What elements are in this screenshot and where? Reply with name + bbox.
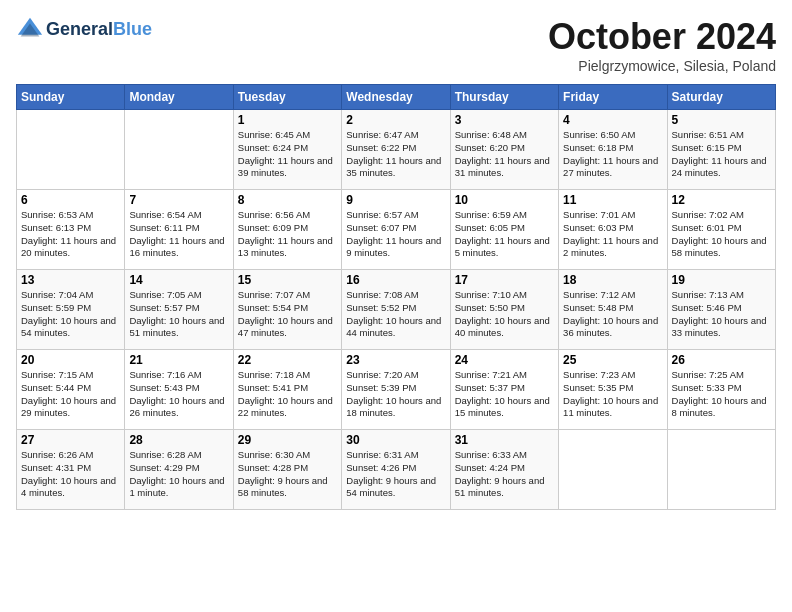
day-info-line: Daylight: 10 hours and 44 minutes. [346, 315, 441, 339]
day-info-line: Daylight: 10 hours and 4 minutes. [21, 475, 116, 499]
day-content: Sunrise: 7:23 AMSunset: 5:35 PMDaylight:… [563, 369, 662, 420]
day-content: Sunrise: 7:01 AMSunset: 6:03 PMDaylight:… [563, 209, 662, 260]
day-info-line: Sunset: 6:09 PM [238, 222, 308, 233]
day-content: Sunrise: 7:25 AMSunset: 5:33 PMDaylight:… [672, 369, 771, 420]
day-info-line: Daylight: 9 hours and 54 minutes. [346, 475, 436, 499]
day-info-line: Sunrise: 7:15 AM [21, 369, 93, 380]
calendar-cell: 19Sunrise: 7:13 AMSunset: 5:46 PMDayligh… [667, 270, 775, 350]
day-info-line: Sunset: 4:31 PM [21, 462, 91, 473]
day-info-line: Sunrise: 7:02 AM [672, 209, 744, 220]
day-info-line: Sunset: 4:29 PM [129, 462, 199, 473]
day-info-line: Sunrise: 6:54 AM [129, 209, 201, 220]
day-info-line: Daylight: 9 hours and 58 minutes. [238, 475, 328, 499]
day-info-line: Sunrise: 6:33 AM [455, 449, 527, 460]
calendar-week-row: 1Sunrise: 6:45 AMSunset: 6:24 PMDaylight… [17, 110, 776, 190]
day-info-line: Sunrise: 6:30 AM [238, 449, 310, 460]
weekday-header-row: SundayMondayTuesdayWednesdayThursdayFrid… [17, 85, 776, 110]
calendar-cell: 12Sunrise: 7:02 AMSunset: 6:01 PMDayligh… [667, 190, 775, 270]
day-number: 11 [563, 193, 662, 207]
day-info-line: Sunset: 5:46 PM [672, 302, 742, 313]
month-title: October 2024 [548, 16, 776, 58]
calendar-cell: 10Sunrise: 6:59 AMSunset: 6:05 PMDayligh… [450, 190, 558, 270]
calendar-cell: 13Sunrise: 7:04 AMSunset: 5:59 PMDayligh… [17, 270, 125, 350]
day-info-line: Daylight: 10 hours and 22 minutes. [238, 395, 333, 419]
day-content: Sunrise: 7:15 AMSunset: 5:44 PMDaylight:… [21, 369, 120, 420]
day-info-line: Sunrise: 7:10 AM [455, 289, 527, 300]
day-number: 2 [346, 113, 445, 127]
calendar-cell: 5Sunrise: 6:51 AMSunset: 6:15 PMDaylight… [667, 110, 775, 190]
day-content: Sunrise: 6:50 AMSunset: 6:18 PMDaylight:… [563, 129, 662, 180]
day-info-line: Daylight: 11 hours and 39 minutes. [238, 155, 333, 179]
day-info-line: Sunrise: 6:48 AM [455, 129, 527, 140]
day-info-line: Sunset: 4:28 PM [238, 462, 308, 473]
day-info-line: Sunset: 6:11 PM [129, 222, 199, 233]
calendar-cell: 11Sunrise: 7:01 AMSunset: 6:03 PMDayligh… [559, 190, 667, 270]
day-content: Sunrise: 6:59 AMSunset: 6:05 PMDaylight:… [455, 209, 554, 260]
calendar-cell: 29Sunrise: 6:30 AMSunset: 4:28 PMDayligh… [233, 430, 341, 510]
day-content: Sunrise: 6:28 AMSunset: 4:29 PMDaylight:… [129, 449, 228, 500]
day-info-line: Daylight: 11 hours and 24 minutes. [672, 155, 767, 179]
day-info-line: Daylight: 10 hours and 15 minutes. [455, 395, 550, 419]
day-info-line: Daylight: 11 hours and 13 minutes. [238, 235, 333, 259]
calendar-cell [667, 430, 775, 510]
day-info-line: Sunrise: 6:31 AM [346, 449, 418, 460]
calendar-week-row: 6Sunrise: 6:53 AMSunset: 6:13 PMDaylight… [17, 190, 776, 270]
logo-icon [16, 16, 44, 44]
day-info-line: Sunrise: 7:12 AM [563, 289, 635, 300]
day-info-line: Sunrise: 7:16 AM [129, 369, 201, 380]
weekday-header: Wednesday [342, 85, 450, 110]
day-content: Sunrise: 7:13 AMSunset: 5:46 PMDaylight:… [672, 289, 771, 340]
day-info-line: Daylight: 11 hours and 35 minutes. [346, 155, 441, 179]
calendar-cell: 31Sunrise: 6:33 AMSunset: 4:24 PMDayligh… [450, 430, 558, 510]
calendar-cell: 7Sunrise: 6:54 AMSunset: 6:11 PMDaylight… [125, 190, 233, 270]
day-info-line: Sunrise: 6:50 AM [563, 129, 635, 140]
day-info-line: Daylight: 10 hours and 47 minutes. [238, 315, 333, 339]
day-number: 22 [238, 353, 337, 367]
day-content: Sunrise: 6:57 AMSunset: 6:07 PMDaylight:… [346, 209, 445, 260]
day-info-line: Sunset: 5:35 PM [563, 382, 633, 393]
day-info-line: Daylight: 11 hours and 9 minutes. [346, 235, 441, 259]
day-info-line: Daylight: 11 hours and 31 minutes. [455, 155, 550, 179]
day-content: Sunrise: 7:16 AMSunset: 5:43 PMDaylight:… [129, 369, 228, 420]
calendar-table: SundayMondayTuesdayWednesdayThursdayFrid… [16, 84, 776, 510]
calendar-cell: 15Sunrise: 7:07 AMSunset: 5:54 PMDayligh… [233, 270, 341, 350]
day-info-line: Sunset: 4:24 PM [455, 462, 525, 473]
day-info-line: Daylight: 10 hours and 51 minutes. [129, 315, 224, 339]
calendar-week-row: 20Sunrise: 7:15 AMSunset: 5:44 PMDayligh… [17, 350, 776, 430]
day-content: Sunrise: 6:31 AMSunset: 4:26 PMDaylight:… [346, 449, 445, 500]
day-number: 4 [563, 113, 662, 127]
day-info-line: Sunrise: 7:25 AM [672, 369, 744, 380]
day-number: 21 [129, 353, 228, 367]
calendar-cell: 21Sunrise: 7:16 AMSunset: 5:43 PMDayligh… [125, 350, 233, 430]
calendar-cell: 22Sunrise: 7:18 AMSunset: 5:41 PMDayligh… [233, 350, 341, 430]
day-number: 29 [238, 433, 337, 447]
day-number: 27 [21, 433, 120, 447]
day-content: Sunrise: 7:02 AMSunset: 6:01 PMDaylight:… [672, 209, 771, 260]
calendar-cell: 23Sunrise: 7:20 AMSunset: 5:39 PMDayligh… [342, 350, 450, 430]
day-content: Sunrise: 6:48 AMSunset: 6:20 PMDaylight:… [455, 129, 554, 180]
day-info-line: Sunrise: 7:23 AM [563, 369, 635, 380]
day-number: 20 [21, 353, 120, 367]
calendar-cell: 16Sunrise: 7:08 AMSunset: 5:52 PMDayligh… [342, 270, 450, 350]
calendar-cell: 9Sunrise: 6:57 AMSunset: 6:07 PMDaylight… [342, 190, 450, 270]
day-info-line: Sunset: 6:18 PM [563, 142, 633, 153]
day-number: 15 [238, 273, 337, 287]
day-content: Sunrise: 6:56 AMSunset: 6:09 PMDaylight:… [238, 209, 337, 260]
calendar-cell: 20Sunrise: 7:15 AMSunset: 5:44 PMDayligh… [17, 350, 125, 430]
day-info-line: Sunset: 6:24 PM [238, 142, 308, 153]
day-info-line: Sunrise: 7:18 AM [238, 369, 310, 380]
day-info-line: Sunrise: 7:07 AM [238, 289, 310, 300]
day-number: 16 [346, 273, 445, 287]
calendar-cell: 2Sunrise: 6:47 AMSunset: 6:22 PMDaylight… [342, 110, 450, 190]
day-info-line: Daylight: 11 hours and 20 minutes. [21, 235, 116, 259]
day-content: Sunrise: 7:08 AMSunset: 5:52 PMDaylight:… [346, 289, 445, 340]
day-info-line: Daylight: 10 hours and 26 minutes. [129, 395, 224, 419]
day-info-line: Sunrise: 6:59 AM [455, 209, 527, 220]
day-info-line: Sunset: 5:41 PM [238, 382, 308, 393]
day-info-line: Sunset: 4:26 PM [346, 462, 416, 473]
day-info-line: Sunrise: 7:04 AM [21, 289, 93, 300]
day-info-line: Daylight: 11 hours and 16 minutes. [129, 235, 224, 259]
day-info-line: Daylight: 10 hours and 40 minutes. [455, 315, 550, 339]
calendar-cell: 8Sunrise: 6:56 AMSunset: 6:09 PMDaylight… [233, 190, 341, 270]
calendar-cell: 27Sunrise: 6:26 AMSunset: 4:31 PMDayligh… [17, 430, 125, 510]
